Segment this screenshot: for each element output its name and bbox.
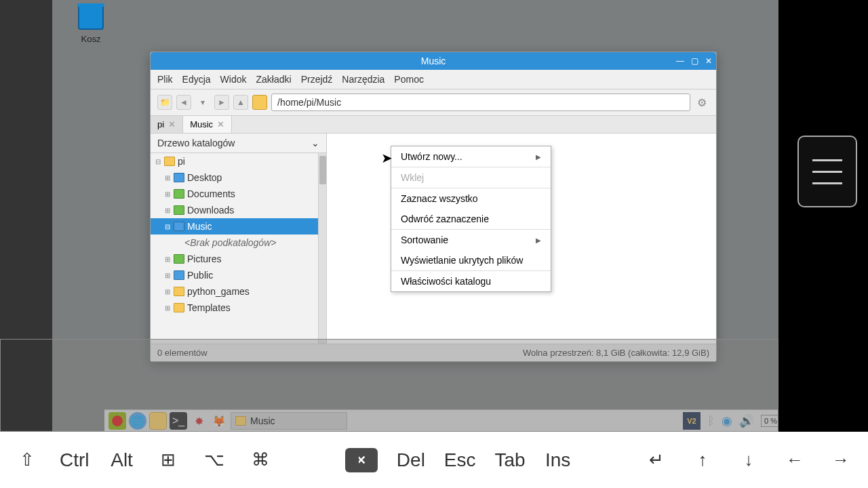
vkey-cmd[interactable]: ⌘ [247, 449, 274, 470]
vkey-tab[interactable]: Tab [495, 449, 526, 471]
desktop-trash[interactable]: Kosz [71, 5, 111, 44]
menubar: Plik Edycja Widok Zakładki Przejdź Narzę… [151, 70, 716, 89]
folder-icon [174, 254, 184, 264]
folder-icon [174, 189, 184, 199]
new-tab-button[interactable]: 📁 [157, 95, 172, 110]
tree-root-pi[interactable]: ⊟pi [151, 153, 326, 169]
tabs: pi✕ Music✕ [151, 116, 716, 134]
tree-item-python-games[interactable]: ⊞python_games [151, 283, 326, 300]
terminal-launcher[interactable]: >_ [170, 412, 187, 430]
context-menu: Utwórz nowy...▶ Wklej Zaznacz wszystko O… [391, 146, 551, 292]
address-bar[interactable] [271, 94, 690, 111]
tray-wifi-icon[interactable]: ◉ [722, 413, 732, 428]
statusbar: 0 elementów Wolna przestrzeń: 8,1 GiB (c… [151, 344, 716, 361]
scrollbar-thumb[interactable] [319, 156, 326, 184]
close-button[interactable]: ✕ [705, 56, 712, 66]
folder-icon [174, 205, 184, 215]
status-items-count: 0 elementów [157, 348, 208, 358]
vkey-win[interactable]: ⊞ [155, 449, 182, 470]
vkey-shift[interactable]: ⇧ [14, 449, 41, 470]
vkey-alt[interactable]: Alt [108, 449, 136, 471]
tree-item-desktop[interactable]: ⊞Desktop [151, 169, 326, 186]
toolbar: 📁 ◄ ▾ ► ▲ ⚙ [151, 89, 716, 116]
tree-scrollbar[interactable] [318, 153, 326, 344]
ctx-show-hidden[interactable]: Wyświetlanie ukrytych plików [391, 250, 551, 270]
folder-icon [174, 287, 184, 296]
home-folder-icon [164, 157, 175, 166]
ctx-create-new[interactable]: Utwórz nowy...▶ [391, 146, 551, 167]
app-launcher-2[interactable]: 🦊 [210, 412, 228, 430]
close-tab-icon[interactable]: ✕ [217, 119, 224, 129]
up-button[interactable]: ▲ [233, 95, 248, 110]
vkey-esc[interactable]: Esc [444, 449, 476, 471]
tray-vnc-icon[interactable]: V2 [683, 412, 701, 430]
tree-item-downloads[interactable]: ⊞Downloads [151, 202, 326, 218]
close-tab-icon[interactable]: ✕ [168, 119, 176, 129]
virtual-keyboard-bar: ⇧ Ctrl Alt ⊞ ⌥ ⌘ ✕ Del Esc Tab Ins ↵ ↑ ↓… [0, 432, 868, 488]
tree-item-public[interactable]: ⊞Public [151, 267, 326, 283]
vkey-arrow-down[interactable]: ↓ [735, 449, 762, 470]
menu-go[interactable]: Przejdź [301, 74, 333, 85]
forward-button[interactable]: ► [214, 95, 229, 110]
taskbar-task-music[interactable]: Music [231, 412, 347, 430]
close-icon: ✕ [356, 453, 366, 468]
ctx-sort[interactable]: Sortowanie▶ [391, 230, 551, 250]
window-title: Music [421, 56, 446, 66]
folder-icon [174, 222, 184, 231]
tray-volume-icon[interactable]: 🔊 [739, 413, 754, 428]
vnc-overlay-left [0, 0, 52, 339]
vkey-ins[interactable]: Ins [545, 449, 572, 471]
folder-icon [174, 303, 184, 312]
menu-bookmarks[interactable]: Zakładki [256, 74, 292, 85]
taskbar: 🌐 >_ ✸ 🦊 Music V2 ᛒ ◉ 🔊 0 % 16:45 ⏏ [104, 409, 831, 432]
black-margin-right [778, 0, 868, 432]
tab-pi[interactable]: pi✕ [151, 116, 183, 133]
titlebar[interactable]: Music — ▢ ✕ [151, 52, 716, 70]
history-dropdown[interactable]: ▾ [195, 95, 210, 110]
settings-icon[interactable]: ⚙ [694, 95, 709, 110]
minimize-button[interactable]: — [676, 56, 684, 66]
status-free-space: Wolna przestrzeń: 8,1 GiB (całkowita: 12… [523, 348, 709, 358]
menu-tools[interactable]: Narzędzia [342, 74, 384, 85]
ctx-folder-properties[interactable]: Właściwości katalogu [391, 271, 551, 291]
vnc-menu-button[interactable] [797, 136, 857, 207]
menu-help[interactable]: Pomoc [394, 74, 424, 85]
ctx-select-all[interactable]: Zaznacz wszystko [391, 188, 551, 209]
app-launcher-1[interactable]: ✸ [190, 412, 208, 430]
vkey-del[interactable]: Del [397, 449, 425, 471]
menu-view[interactable]: Widok [220, 74, 247, 85]
tree-item-pictures[interactable]: ⊞Pictures [151, 251, 326, 267]
menu-edit[interactable]: Edycja [182, 74, 211, 85]
vkey-enter[interactable]: ↵ [643, 449, 670, 470]
folder-content-area[interactable]: ➤ Utwórz nowy...▶ Wklej Zaznacz wszystko… [327, 134, 716, 344]
directory-tree: ⊟pi ⊞Desktop ⊞Documents ⊞Downloads ⊟Musi… [151, 153, 326, 344]
start-menu-button[interactable] [108, 412, 126, 430]
vkey-arrow-up[interactable]: ↑ [689, 449, 716, 470]
menu-file[interactable]: Plik [157, 74, 173, 85]
submenu-arrow-icon: ▶ [536, 237, 541, 244]
trash-icon [78, 5, 104, 30]
tree-item-documents[interactable]: ⊞Documents [151, 186, 326, 202]
vkey-arrow-right[interactable]: → [827, 449, 854, 470]
submenu-arrow-icon: ▶ [536, 153, 541, 161]
tray-battery[interactable]: 0 % [761, 415, 781, 427]
vkey-arrow-left[interactable]: ← [781, 449, 808, 470]
tree-item-templates[interactable]: ⊞Templates [151, 300, 326, 316]
tab-music[interactable]: Music✕ [183, 116, 232, 133]
tree-no-subfolders: <Brak podkatalogów> [151, 235, 326, 251]
vkey-option[interactable]: ⌥ [201, 449, 228, 470]
chevron-down-icon[interactable]: ⌄ [311, 138, 319, 148]
browser-launcher[interactable]: 🌐 [129, 412, 146, 430]
side-panel-header[interactable]: Drzewo katalogów ⌄ [151, 134, 326, 153]
folder-icon [174, 270, 184, 280]
folder-icon [235, 416, 246, 426]
vkey-backspace[interactable]: ✕ [345, 448, 378, 472]
vkey-ctrl[interactable]: Ctrl [60, 449, 90, 471]
maximize-button[interactable]: ▢ [691, 56, 698, 66]
ctx-invert-selection[interactable]: Odwróć zaznaczenie [391, 209, 551, 229]
tree-item-music[interactable]: ⊟Music [151, 218, 326, 235]
back-button[interactable]: ◄ [176, 95, 191, 110]
tray-bluetooth-icon[interactable]: ᛒ [707, 414, 715, 428]
home-button[interactable] [252, 95, 267, 110]
file-manager-launcher[interactable] [149, 412, 167, 430]
